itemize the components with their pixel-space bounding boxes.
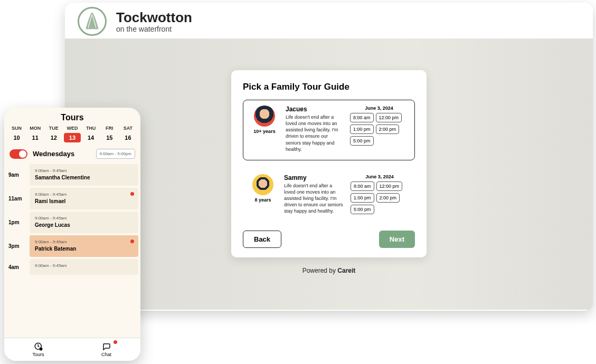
appointment-card[interactable]: 9:00am - 9:45am <box>30 259 138 275</box>
tab-bar: Tours Chat <box>4 338 140 361</box>
day-cell[interactable]: FRI 15 <box>101 126 118 142</box>
tab-chat[interactable]: Chat <box>72 338 140 361</box>
day-cell[interactable]: SUN 10 <box>8 126 25 142</box>
appointment-card[interactable]: 9:00am - 9:45am George Lucas <box>30 212 138 233</box>
day-label: THU <box>82 126 99 131</box>
week-strip: SUN 10 MON 11 TUE 12 WED 13 THU 14 FRI 1… <box>4 126 140 142</box>
phone-window: Tours SUN 10 MON 11 TUE 12 WED 13 THU 14… <box>4 108 140 361</box>
day-label: WED <box>64 126 81 131</box>
time-slot[interactable]: 5:00 pm <box>350 136 374 146</box>
day-number: 15 <box>101 133 118 142</box>
day-bar: Wednesdays 9:00am - 5:00pm <box>4 142 140 162</box>
day-label: TUE <box>45 126 62 131</box>
time-slot[interactable]: 8:00 am <box>350 113 374 122</box>
day-cell[interactable]: MON 11 <box>27 126 44 142</box>
guide-name: Jacues <box>286 106 344 113</box>
day-cell[interactable]: WED 13 <box>64 126 81 142</box>
time-slot[interactable]: 2:00 pm <box>376 124 400 134</box>
hour-label: 9am <box>6 164 25 186</box>
weekday-name: Wednesdays <box>33 150 91 158</box>
appointment-card[interactable]: 9:00am - 9:45am Rami Ismael <box>30 188 138 209</box>
guide-years: 8 years <box>248 197 278 203</box>
chat-icon <box>102 342 111 351</box>
time-slot[interactable]: 2:00 pm <box>376 193 400 203</box>
guide-years: 10+ years <box>250 129 279 134</box>
svg-point-2 <box>40 348 42 350</box>
guide-card[interactable]: 8 years Sammy Life doesn't end after a l… <box>243 169 415 222</box>
hour-label: 3pm <box>6 235 25 257</box>
brand-title: Tockwotton <box>116 9 192 26</box>
hour-label: 11am <box>6 188 25 209</box>
appointment-card[interactable]: 9:00am - 9:45am Patrick Bateman <box>30 235 138 257</box>
guide-date: June 3, 2024 <box>350 106 408 111</box>
powered-by: Powered by Careit <box>302 267 356 274</box>
guide-bio: Life doesn't end after a loved one moves… <box>286 114 344 152</box>
guide-date: June 3, 2024 <box>351 174 409 179</box>
appointment-time: 9:00am - 9:45am <box>35 192 133 197</box>
appointment-time: 9:00am - 9:45am <box>35 240 133 244</box>
tab-label: Tours <box>32 352 44 357</box>
avatar <box>252 174 273 195</box>
time-slot[interactable]: 8:00 am <box>351 181 374 191</box>
clock-person-icon <box>34 342 43 351</box>
appointment-name: Rami Ismael <box>35 198 133 204</box>
time-slot[interactable]: 5:00 pm <box>351 205 374 214</box>
brand-logo <box>78 7 107 36</box>
appointment-time: 9:00am - 9:45am <box>35 168 133 173</box>
day-label: FRI <box>101 126 118 131</box>
phone-title: Tours <box>4 108 140 126</box>
tab-tours[interactable]: Tours <box>4 338 72 361</box>
desktop-body: Pick a Family Tour Guide 10+ years Jacue… <box>65 39 593 310</box>
avatar <box>254 106 275 127</box>
alert-dot-icon <box>130 192 134 196</box>
next-button[interactable]: Next <box>379 231 415 248</box>
day-cell[interactable]: THU 14 <box>82 126 99 142</box>
appointment-time: 9:00am - 9:45am <box>35 263 133 268</box>
appointment-name: Samantha Clementine <box>35 175 133 180</box>
modal-title: Pick a Family Tour Guide <box>243 82 415 92</box>
guide-name: Sammy <box>284 174 344 181</box>
day-number: 11 <box>27 133 44 142</box>
desktop-window: Tockwotton on the waterfront Pick a Fami… <box>65 3 593 311</box>
appointment-name: George Lucas <box>35 222 133 228</box>
powered-prefix: Powered by <box>302 267 338 274</box>
alert-dot-icon <box>130 240 134 243</box>
day-cell[interactable]: TUE 12 <box>45 126 62 142</box>
day-number: 16 <box>119 133 136 142</box>
back-button[interactable]: Back <box>243 231 281 248</box>
tour-guide-modal: Pick a Family Tour Guide 10+ years Jacue… <box>231 70 427 257</box>
day-number: 14 <box>82 133 99 142</box>
hour-label: 4am <box>6 259 25 275</box>
hours-range[interactable]: 9:00am - 5:00pm <box>96 149 135 159</box>
appointments-list[interactable]: 9am 9:00am - 9:45am Samantha Clementine … <box>4 162 140 338</box>
appointment-card[interactable]: 9:00am - 9:45am Samantha Clementine <box>30 164 138 186</box>
powered-name: Careit <box>337 267 355 274</box>
time-slot[interactable]: 12:00 pm <box>376 181 403 191</box>
day-number-selected: 13 <box>64 133 81 142</box>
appointment-name: Patrick Bateman <box>35 246 133 252</box>
day-number: 10 <box>8 133 25 142</box>
hour-label: 1pm <box>6 212 25 233</box>
time-slot[interactable]: 12:00 pm <box>376 113 402 122</box>
day-cell[interactable]: SAT 16 <box>119 126 136 142</box>
brand-subtitle: on the waterfront <box>116 25 192 33</box>
day-label: MON <box>27 126 44 131</box>
day-label: SAT <box>119 126 136 131</box>
availability-toggle[interactable] <box>10 149 27 159</box>
notification-badge-icon <box>113 340 117 344</box>
tab-label: Chat <box>101 352 111 357</box>
guide-bio: Life doesn't end after a loved one moves… <box>284 183 344 215</box>
guide-card[interactable]: 10+ years Jacues Life doesn't end after … <box>243 100 415 160</box>
day-label: SUN <box>8 126 25 131</box>
appointment-time: 9:00am - 9:45am <box>35 216 133 221</box>
day-number: 12 <box>45 133 62 142</box>
time-slot[interactable]: 1:00 pm <box>350 124 374 134</box>
time-slot[interactable]: 1:00 pm <box>351 193 374 203</box>
header: Tockwotton on the waterfront <box>65 3 593 39</box>
